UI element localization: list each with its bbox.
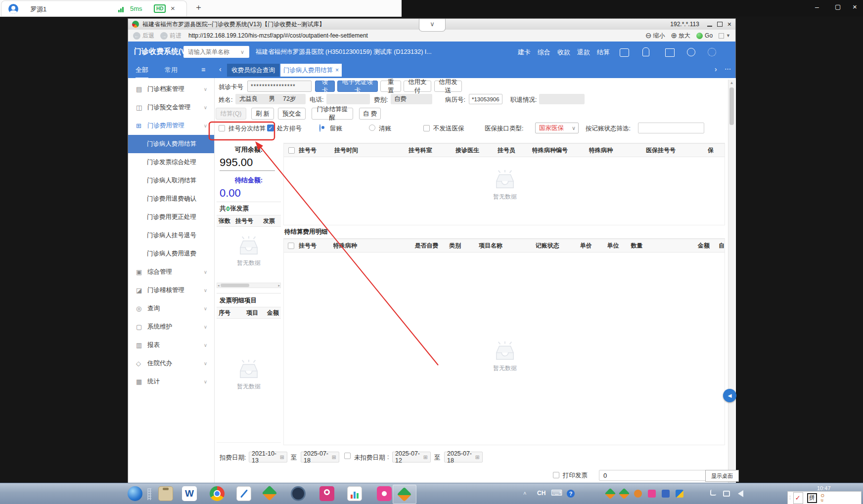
- sidebar-item-comprehensive[interactable]: ▣综合管理∨: [128, 263, 214, 281]
- sidebar-item-invoice-process[interactable]: 门诊发票综合处理: [128, 153, 214, 171]
- taskbar-chart-icon[interactable]: [347, 486, 362, 501]
- ime-toolbar[interactable]: ⁞ ✓ 拼 O u: [787, 491, 862, 504]
- address-url[interactable]: http://192.168.199.120/his-mzsf/app/#/co…: [188, 32, 368, 39]
- create-card-button[interactable]: 建卡: [518, 48, 531, 57]
- keep-account-radio[interactable]: [319, 124, 320, 132]
- scroll-left-icon[interactable]: ◂: [218, 284, 220, 288]
- taskbar-notes-icon[interactable]: [236, 486, 251, 501]
- back-icon[interactable]: ←: [133, 32, 140, 40]
- rx-sort-checkbox[interactable]: ✓: [267, 125, 274, 131]
- sidebar-item-reports[interactable]: ▥报表∨: [128, 336, 214, 354]
- scroll-up-icon[interactable]: ▲: [728, 81, 735, 85]
- self-pay-button[interactable]: 自 费: [359, 108, 381, 120]
- select-all-checkbox[interactable]: [288, 147, 295, 154]
- ime-doc-icon[interactable]: ✓: [793, 492, 803, 504]
- e-cert-read-button[interactable]: 电子凭证读卡: [337, 81, 378, 92]
- tab-close-icon[interactable]: ×: [335, 67, 339, 74]
- uncharged-date-to[interactable]: 2025-07-18⊞: [444, 452, 483, 462]
- tab-scroll-left-icon[interactable]: ‹: [219, 65, 222, 73]
- window-restore-icon[interactable]: [717, 22, 723, 27]
- client-close-icon[interactable]: ×: [853, 2, 857, 11]
- reset-button[interactable]: 重 置: [380, 81, 401, 92]
- ime-language-indicator[interactable]: CH: [537, 490, 545, 497]
- sidebar-item-statistics[interactable]: ▦统计∨: [128, 373, 214, 391]
- rx-sort-label[interactable]: 处方排号: [277, 125, 302, 133]
- forward-icon[interactable]: →: [160, 32, 168, 40]
- hscroll-thumb[interactable]: [221, 284, 249, 287]
- credit-pay-button[interactable]: 信用支付: [404, 81, 431, 92]
- tray-docs-icon[interactable]: [676, 490, 683, 498]
- remote-session-tab[interactable]: 罗源1 5ms HD ×: [1, 0, 187, 16]
- tray-bookmark-icon[interactable]: [648, 490, 656, 498]
- sidebar-item-cancel-settlement[interactable]: 门诊病人取消结算: [128, 171, 214, 190]
- vscroll-thumb[interactable]: [729, 87, 734, 125]
- tab-scroll-right-icon[interactable]: ›: [715, 65, 717, 73]
- forward-label[interactable]: 前进: [170, 32, 182, 40]
- tray-volume-icon[interactable]: [738, 490, 743, 497]
- clock[interactable]: 10:47: [817, 485, 831, 491]
- print-invoice-label[interactable]: 打印发票: [563, 471, 588, 480]
- invoice-hscrollbar[interactable]: ◂ ▸: [217, 283, 281, 288]
- menu-list-icon[interactable]: ≡: [201, 66, 205, 74]
- settings-gear-icon[interactable]: [708, 48, 716, 56]
- taskbar-wps-icon[interactable]: W: [182, 486, 197, 501]
- split-settle-checkbox[interactable]: [219, 125, 225, 131]
- sidebar-item-system[interactable]: ▢系统维护∨: [128, 318, 214, 336]
- sidebar-item-query[interactable]: ◎查询∨: [128, 299, 214, 318]
- tray-his-icon[interactable]: [605, 488, 616, 500]
- hand-pay-icon[interactable]: [642, 47, 649, 56]
- tray-flag-icon[interactable]: [710, 490, 716, 496]
- charge-date-from[interactable]: 2021-10-13⊞: [249, 452, 287, 462]
- layout-icon[interactable]: [719, 33, 724, 39]
- comprehensive-button[interactable]: 综合: [538, 48, 550, 57]
- tray-network-icon[interactable]: [723, 491, 730, 497]
- split-settle-label[interactable]: 挂号分次结算: [228, 125, 266, 133]
- sidebar-item-fee-mgmt[interactable]: ⊞门诊费用管理∨: [128, 117, 214, 135]
- zoom-in-icon[interactable]: ⊕: [671, 31, 677, 40]
- help-tray-icon[interactable]: ?: [567, 490, 575, 498]
- scroll-right-icon[interactable]: ▸: [278, 284, 280, 288]
- taskbar-chrome-icon[interactable]: [210, 486, 225, 501]
- tray-his-icon-2[interactable]: [619, 488, 630, 500]
- taskbar-phone-icon[interactable]: [319, 486, 334, 501]
- tab-cashier-query[interactable]: 收费员综合查询: [227, 64, 279, 77]
- menu-group-common[interactable]: 常用: [165, 66, 178, 75]
- uncharged-date-label[interactable]: 未扣费日期: [354, 454, 385, 462]
- keep-account-label[interactable]: 留账: [330, 125, 342, 133]
- tray-expand-icon[interactable]: ˄: [523, 490, 526, 496]
- no-insurance-label[interactable]: 不发送医保: [433, 125, 464, 133]
- zoom-out-icon[interactable]: ⊖: [645, 31, 652, 40]
- prepay-button[interactable]: 预交金: [278, 108, 306, 120]
- credit-send-button[interactable]: 信用发送: [434, 81, 462, 92]
- tab-more-icon[interactable]: ⋯: [725, 65, 731, 73]
- printer-icon[interactable]: [665, 48, 675, 57]
- zoom-out-label[interactable]: 缩小: [653, 32, 665, 40]
- sidebar-item-hospitalization[interactable]: ◇住院代办∨: [128, 354, 214, 373]
- window-minimize-icon[interactable]: [707, 22, 712, 27]
- taskbar-compass-icon[interactable]: [291, 486, 306, 501]
- card-reader-icon[interactable]: [620, 48, 629, 57]
- sidebar-item-fee-settlement[interactable]: 门诊病人费用结算: [128, 135, 214, 153]
- taskbar-his-icon[interactable]: [262, 485, 277, 501]
- sidebar-item-fee-refund[interactable]: 门诊病人费用退费: [128, 245, 214, 263]
- toolbar-dropdown-icon[interactable]: ▼: [726, 33, 730, 38]
- taskbar-active-app-slot[interactable]: [393, 485, 416, 504]
- sidebar-item-audit[interactable]: ◪门诊稽核管理∨: [128, 281, 214, 299]
- taskbar-browser-icon[interactable]: [128, 486, 142, 501]
- menu-search-input[interactable]: [187, 48, 240, 56]
- tray-shield-icon[interactable]: [634, 490, 642, 498]
- no-insurance-checkbox[interactable]: [423, 125, 430, 131]
- select-all-checkbox[interactable]: [288, 243, 294, 249]
- sidebar-item-fee-correction[interactable]: 门诊费用更正处理: [128, 208, 214, 226]
- sidebar-item-refund-confirm[interactable]: 门诊费用退费确认: [128, 190, 214, 208]
- back-label[interactable]: 后退: [142, 32, 154, 40]
- card-no-input[interactable]: [247, 81, 312, 92]
- settle-button[interactable]: 结算(Q): [216, 108, 246, 120]
- session-pulldown-handle[interactable]: ∨: [419, 19, 446, 32]
- refresh-button[interactable]: 刷 新: [251, 108, 274, 120]
- ime-mode-letters[interactable]: O u: [821, 494, 824, 503]
- tab-fee-settlement[interactable]: 门诊病人费用结算 ×: [280, 64, 342, 77]
- client-maximize-icon[interactable]: ▢: [835, 3, 841, 10]
- client-minimize-icon[interactable]: –: [815, 3, 819, 11]
- sidebar-item-reg-cancel[interactable]: 门诊病人挂号退号: [128, 226, 214, 245]
